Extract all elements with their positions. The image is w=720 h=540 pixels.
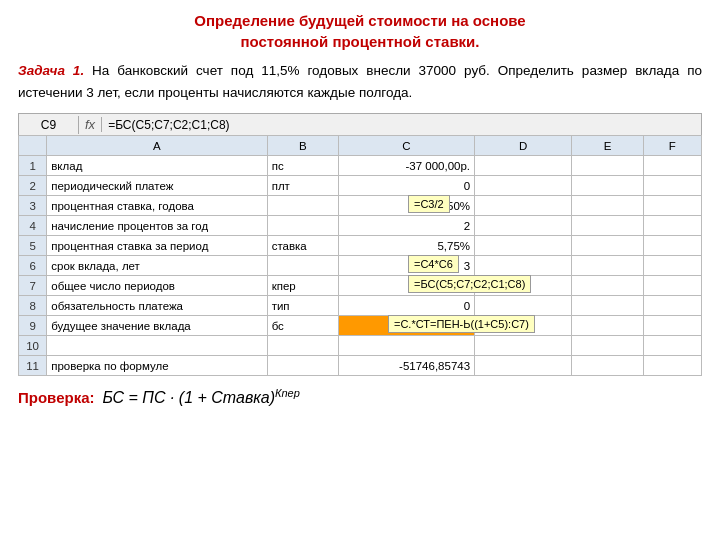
cell-a[interactable]: начисление процентов за год (47, 216, 267, 236)
cell-b[interactable]: плт (267, 176, 338, 196)
cell-a[interactable]: вклад (47, 156, 267, 176)
row-number: 7 (19, 276, 47, 296)
cell-reference-box[interactable]: C9 (19, 116, 79, 134)
cell-c[interactable]: 0 (338, 176, 474, 196)
cell-e[interactable] (572, 296, 643, 316)
cell-b[interactable]: бс (267, 316, 338, 336)
task-label: Задача 1. (18, 63, 84, 78)
cell-f[interactable] (643, 176, 701, 196)
table-row: 4начисление процентов за год2 (19, 216, 702, 236)
cell-e[interactable] (572, 316, 643, 336)
table-row: 3процентная ставка, годова11,50% (19, 196, 702, 216)
cell-f[interactable] (643, 356, 701, 376)
formula-display: =БС(C5;C7;C2;C1;C8) (102, 118, 235, 132)
cell-f[interactable] (643, 316, 701, 336)
cell-c[interactable]: 6 (338, 276, 474, 296)
cell-f[interactable] (643, 336, 701, 356)
cell-d[interactable] (475, 156, 572, 176)
cell-b[interactable] (267, 196, 338, 216)
cell-e[interactable] (572, 196, 643, 216)
cell-b[interactable] (267, 336, 338, 356)
cell-f[interactable] (643, 256, 701, 276)
cell-b[interactable] (267, 256, 338, 276)
row-number: 9 (19, 316, 47, 336)
formula-bar: C9 fx =БС(C5;C7;C2;C1;C8) (18, 113, 702, 135)
cell-d[interactable] (475, 276, 572, 296)
cell-a[interactable]: обязательность платежа (47, 296, 267, 316)
cell-d[interactable] (475, 316, 572, 336)
table-row: 6срок вклада, лет3 (19, 256, 702, 276)
cell-c[interactable]: 11,50% (338, 196, 474, 216)
cell-b[interactable]: тип (267, 296, 338, 316)
cell-d[interactable] (475, 256, 572, 276)
cell-f[interactable] (643, 276, 701, 296)
cell-f[interactable] (643, 236, 701, 256)
cell-c[interactable]: 2 (338, 216, 474, 236)
cell-b[interactable]: пс (267, 156, 338, 176)
cell-d[interactable] (475, 176, 572, 196)
spreadsheet-area: C9 fx =БС(C5;C7;C2;C1;C8) A B C D E F 1в… (18, 113, 702, 376)
cell-d[interactable] (475, 296, 572, 316)
row-number: 10 (19, 336, 47, 356)
cell-a[interactable]: проверка по формуле (47, 356, 267, 376)
math-formula: БС = ПС · (1 + Ставка)Кпер (102, 386, 299, 406)
cell-e[interactable] (572, 156, 643, 176)
spreadsheet-table: A B C D E F 1вкладпс-37 000,00р.2периоди… (18, 135, 702, 376)
row-number: 4 (19, 216, 47, 236)
cell-e[interactable] (572, 356, 643, 376)
cell-c[interactable]: 5,75% (338, 236, 474, 256)
cell-e[interactable] (572, 276, 643, 296)
row-number: 11 (19, 356, 47, 376)
table-row: 10 (19, 336, 702, 356)
cell-d[interactable] (475, 196, 572, 216)
cell-a[interactable]: общее число периодов (47, 276, 267, 296)
cell-b[interactable]: ставка (267, 236, 338, 256)
cell-a[interactable]: срок вклада, лет (47, 256, 267, 276)
column-headers: A B C D E F (19, 136, 702, 156)
cell-e[interactable] (572, 336, 643, 356)
row-number: 3 (19, 196, 47, 216)
cell-e[interactable] (572, 236, 643, 256)
cell-d[interactable] (475, 336, 572, 356)
cell-d[interactable] (475, 216, 572, 236)
task-description: Задача 1. На банковский счет под 11,5% г… (18, 60, 702, 103)
row-number: 1 (19, 156, 47, 176)
table-row: 1вкладпс-37 000,00р. (19, 156, 702, 176)
cell-f[interactable] (643, 196, 701, 216)
cell-f[interactable] (643, 216, 701, 236)
cell-a[interactable]: процентная ставка, годова (47, 196, 267, 216)
row-number: 6 (19, 256, 47, 276)
cell-f[interactable] (643, 296, 701, 316)
cell-a[interactable] (47, 336, 267, 356)
cell-c[interactable]: 3 (338, 256, 474, 276)
cell-a[interactable]: будущее значение вклада (47, 316, 267, 336)
header-rownum (19, 136, 47, 156)
cell-e[interactable] (572, 176, 643, 196)
table-row: 11проверка по формуле-51746,85743 (19, 356, 702, 376)
cell-c[interactable]: 51 746,85743р. (338, 316, 474, 336)
header-col-b: B (267, 136, 338, 156)
table-row: 2периодический платежплт0 (19, 176, 702, 196)
row-number: 5 (19, 236, 47, 256)
cell-f[interactable] (643, 156, 701, 176)
cell-d[interactable] (475, 356, 572, 376)
header-col-d: D (475, 136, 572, 156)
header-col-e: E (572, 136, 643, 156)
cell-b[interactable]: кпер (267, 276, 338, 296)
cell-e[interactable] (572, 256, 643, 276)
row-number: 8 (19, 296, 47, 316)
cell-d[interactable] (475, 236, 572, 256)
cell-e[interactable] (572, 216, 643, 236)
cell-b[interactable] (267, 356, 338, 376)
header-col-a: A (47, 136, 267, 156)
task-body: На банковский счет под 11,5% годовых вне… (18, 63, 702, 100)
cell-b[interactable] (267, 216, 338, 236)
cell-a[interactable]: периодический платеж (47, 176, 267, 196)
proof-label: Проверка: (18, 389, 94, 406)
cell-a[interactable]: процентная ставка за период (47, 236, 267, 256)
cell-c[interactable]: -51746,85743 (338, 356, 474, 376)
cell-c[interactable]: -37 000,00р. (338, 156, 474, 176)
row-number: 2 (19, 176, 47, 196)
cell-c[interactable]: 0 (338, 296, 474, 316)
cell-c[interactable] (338, 336, 474, 356)
